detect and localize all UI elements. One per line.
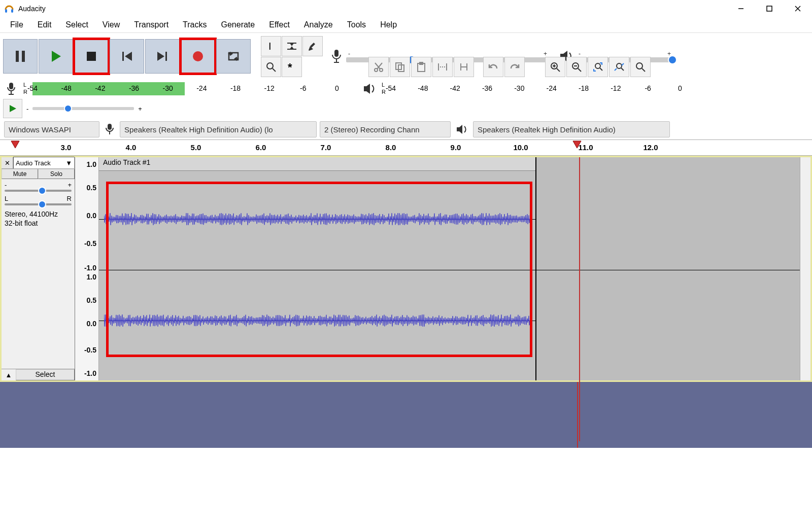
svg-line-52 [621,68,624,71]
silence-icon[interactable] [454,57,474,77]
svg-rect-6 [16,51,19,62]
svg-marker-11 [125,52,132,61]
svg-marker-13 [157,52,164,61]
playback-speed-slider[interactable] [32,107,134,110]
menu-transport[interactable]: Transport [127,18,176,31]
svg-rect-60 [108,124,112,130]
speaker-icon [456,124,468,135]
track-close-button[interactable]: ✕ [2,157,13,168]
svg-point-53 [636,63,642,69]
device-toolbar: Windows WASAPI Speakers (Realtek High De… [0,119,812,139]
skip-start-button[interactable] [110,39,144,74]
menu-edit[interactable]: Edit [30,18,59,31]
highlight-box [106,182,532,357]
app-title: Audacity [18,5,46,13]
menu-bar: File Edit Select View Transport Tracks G… [0,17,812,33]
record-button[interactable] [181,39,215,74]
gain-slider[interactable] [5,190,72,192]
envelope-tool-icon[interactable] [282,36,302,56]
window-controls [727,0,812,17]
playback-meter[interactable]: LR -54-48-42-36-30-24-18-12-60 [382,81,686,96]
title-bar: Audacity [0,0,812,17]
mic-icon [105,123,115,135]
menu-generate[interactable]: Generate [214,18,262,31]
loop-button[interactable] [216,39,251,74]
minimize-button[interactable] [727,0,755,17]
track-control-panel: ✕ Audio Track▼ Mute Solo -+ LR Stereo, 4… [2,157,75,380]
play-meter-speaker-icon[interactable] [361,81,378,97]
maximize-button[interactable] [755,0,784,17]
vertical-scrollbar[interactable] [800,157,810,380]
audio-host-dropdown[interactable]: Windows WASAPI [4,121,99,137]
zoom-tool-icon[interactable] [261,57,281,77]
svg-marker-21 [290,47,293,49]
timeline-ruler[interactable]: 3.04.05.06.07.08.09.010.011.012.0 [0,139,812,156]
edit-toolbar [368,57,651,77]
close-button[interactable] [784,0,812,17]
svg-rect-25 [334,50,339,57]
zoom-toggle-icon[interactable] [630,57,651,77]
svg-rect-55 [9,83,13,89]
recording-channels-dropdown[interactable]: 2 (Stereo) Recording Chann [320,121,451,137]
svg-marker-59 [10,105,16,112]
svg-line-17 [273,68,276,72]
mute-button[interactable]: Mute [2,169,38,179]
svg-line-50 [600,68,602,71]
solo-button[interactable]: Solo [38,169,75,179]
svg-rect-3 [767,6,772,11]
fit-selection-icon[interactable] [588,57,608,77]
tracks-panel: ✕ Audio Track▼ Mute Solo -+ LR Stereo, 4… [0,156,812,382]
pause-button[interactable] [3,39,38,74]
recording-meter[interactable]: LR -54-48-42-36-30-24-18-12-60 [23,81,343,96]
svg-marker-20 [290,43,293,45]
cut-icon[interactable] [368,57,389,77]
track-menu-dropdown[interactable]: Audio Track▼ [13,157,75,169]
app-icon [4,4,14,14]
svg-line-47 [578,68,581,72]
playback-device-dropdown[interactable]: Speakers (Realtek High Definition Audio) [473,121,670,137]
paste-icon[interactable] [411,57,431,77]
track-select-button[interactable]: Select [16,369,75,380]
quick-play-marker-icon[interactable] [10,140,20,149]
track-collapse-button[interactable]: ▲ [2,371,16,379]
svg-rect-7 [22,51,25,62]
skip-end-button[interactable] [145,39,180,74]
waveform-area[interactable]: Audio Track #1 [99,157,800,380]
menu-select[interactable]: Select [58,18,95,31]
svg-rect-0 [5,9,7,13]
pan-slider[interactable] [5,203,72,205]
playhead-line [579,157,580,441]
empty-track-area[interactable] [0,382,812,448]
svg-rect-12 [165,52,167,61]
menu-tracks[interactable]: Tracks [176,18,214,31]
menu-tools[interactable]: Tools [340,18,373,31]
selection-tool-icon[interactable]: I [261,36,281,56]
draw-tool-icon[interactable] [302,36,323,56]
menu-view[interactable]: View [95,18,127,31]
rec-meter-mic-icon[interactable] [3,81,19,97]
play-at-speed-button[interactable] [3,99,22,118]
svg-rect-24 [310,43,315,48]
multi-tool-icon[interactable]: * [282,57,302,77]
svg-marker-63 [11,141,19,148]
fit-project-icon[interactable] [609,57,629,77]
recording-device-dropdown[interactable]: Speakers (Realtek High Definition Audio)… [120,121,317,137]
mic-icon [330,49,343,64]
trim-icon[interactable] [432,57,453,77]
menu-analyze[interactable]: Analyze [297,18,340,31]
redo-icon[interactable] [504,57,525,77]
svg-line-54 [642,68,645,72]
play-button[interactable] [39,39,73,74]
undo-icon[interactable] [483,57,503,77]
zoom-in-icon[interactable] [545,57,565,77]
copy-icon[interactable] [390,57,410,77]
amplitude-ruler: 1.00.50.0-0.5-1.01.00.50.0-0.5-1.0 [75,157,99,380]
zoom-out-icon[interactable] [566,57,587,77]
menu-help[interactable]: Help [373,18,404,31]
svg-rect-10 [122,52,124,61]
menu-file[interactable]: File [3,18,30,31]
svg-marker-58 [364,84,370,94]
svg-marker-62 [457,125,462,134]
menu-effect[interactable]: Effect [262,18,297,31]
stop-button[interactable] [74,39,109,74]
